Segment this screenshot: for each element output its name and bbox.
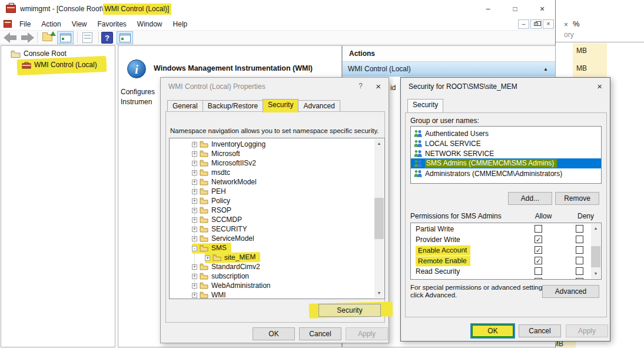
group-user-row[interactable]: LOCAL SERVICE [411,138,601,148]
export-list-button[interactable] [80,31,97,44]
cancel-button[interactable]: Cancel [519,324,561,337]
mdi-close-button[interactable]: × [543,19,554,29]
deny-checkbox[interactable] [576,225,583,233]
mdi-minimize-button[interactable]: – [518,19,529,29]
scrollbar-thumb[interactable] [591,246,600,267]
apply-button[interactable]: Apply [566,324,608,337]
allow-checkbox[interactable]: ✓ [535,257,542,264]
up-one-level-button[interactable] [40,31,57,44]
expander-icon[interactable]: + [192,151,197,157]
group-user-row[interactable]: Authenticated Users [411,128,601,138]
allow-checkbox[interactable] [535,278,542,280]
ok-button[interactable]: OK [472,324,514,337]
menu-item[interactable]: Window [132,18,168,31]
namespace-tree-item[interactable]: + WebAdministration [170,281,384,290]
help-button[interactable]: ? [101,32,114,45]
namespace-tree-item[interactable]: + site_MEM [170,253,384,262]
expander-icon[interactable]: + [192,236,197,241]
add-button[interactable]: Add... [508,192,552,205]
namespace-tree-item[interactable]: + WMI [170,290,384,299]
background-close-icon[interactable]: × [564,21,568,29]
deny-checkbox[interactable] [576,257,583,264]
back-arrow-icon[interactable] [4,34,18,42]
expander-icon[interactable]: + [192,274,197,279]
group-user-row[interactable]: NETWORK SERVICE [411,148,601,158]
namespace-tree-item[interactable]: + MicrosoftIISv2 [170,158,384,168]
deny-checkbox[interactable] [576,236,583,243]
expander-icon[interactable]: + [192,180,197,185]
namespace-tree-item[interactable]: + msdtc [170,168,384,177]
expander-icon[interactable]: + [192,161,197,166]
allow-checkbox[interactable] [535,267,542,275]
expander-icon[interactable]: + [192,208,197,213]
tab[interactable]: Advanced [298,100,340,112]
dialog-close-button[interactable]: × [597,81,602,91]
namespace-tree-item[interactable]: + ServiceModel [170,234,384,243]
expander-icon[interactable]: + [192,198,197,204]
namespace-tree-item[interactable]: + RSOP [170,206,384,215]
scrollbar-thumb[interactable] [374,198,384,239]
apply-button[interactable]: Apply [346,327,388,340]
minimize-button[interactable]: – [474,0,502,18]
expander-icon[interactable]: + [192,170,197,175]
mdi-restore-button[interactable] [530,19,542,29]
namespace-tree-item[interactable]: + InventoryLogging [170,140,384,149]
namespace-tree-item[interactable]: + SCCMDP [170,215,384,224]
namespace-tree-item[interactable]: + PEH [170,187,384,196]
scroll-up-icon[interactable]: ▲ [374,139,384,148]
title-bar[interactable]: wmimgmt - [Console Root\WMI Control (Loc… [0,0,555,18]
tab-security[interactable]: Security [407,99,443,112]
tree-item-console-root[interactable]: Console Root [11,49,67,58]
remove-button[interactable]: Remove [555,192,599,205]
tree-item-wmi-control[interactable]: WMI Control (Local) [22,61,97,69]
namespace-tree-item[interactable]: + Microsoft [170,149,384,158]
expander-icon[interactable]: - [192,246,197,251]
scroll-down-icon[interactable]: ▼ [591,269,600,279]
allow-checkbox[interactable]: ✓ [535,236,542,243]
tab[interactable]: Security [263,99,298,112]
expander-icon[interactable]: + [192,227,197,232]
dialog-title-bar[interactable]: Security for ROOT\SMS\site_MEM × [401,78,610,95]
show-action-pane-button[interactable] [117,31,133,44]
namespace-tree-item[interactable]: - SMS [170,243,384,253]
namespace-tree-item[interactable]: + Policy [170,196,384,206]
close-button[interactable]: × [529,0,556,18]
deny-checkbox[interactable] [576,278,583,280]
forward-arrow-icon[interactable] [20,34,34,42]
namespace-tree-item[interactable]: + subscription [170,271,384,281]
advanced-button[interactable]: Advanced [542,285,599,298]
expander-icon[interactable]: + [192,283,197,289]
allow-checkbox[interactable] [535,225,542,233]
group-user-row[interactable]: SMS Admins (CMMEMCM\SMS Admins) [411,158,601,168]
dialog-close-button[interactable]: × [376,81,381,91]
menu-item[interactable]: Help [168,18,193,31]
tab[interactable]: General [167,100,203,112]
ok-button[interactable]: OK [253,327,295,340]
tree-scrollbar[interactable]: ▲ ▼ [374,139,384,298]
expander-icon[interactable]: + [192,264,197,270]
menu-item[interactable]: View [67,18,92,31]
group-user-row[interactable]: Administrators (CMMEMCM\Administrators) [411,168,601,178]
expander-icon[interactable]: + [192,293,197,298]
allow-checkbox[interactable]: ✓ [535,246,542,254]
expander-icon[interactable]: + [192,189,197,194]
actions-group-wmi-control[interactable]: WMI Control (Local) ▲ [343,62,555,77]
scroll-down-icon[interactable]: ▼ [374,289,384,298]
expander-icon[interactable]: + [192,217,197,223]
dialog-title-bar[interactable]: WMI Control (Local) Properties ? × [161,78,389,95]
namespace-tree-item[interactable]: + SECURITY [170,224,384,234]
menu-item[interactable]: File [14,18,36,31]
menu-item[interactable]: Action [36,18,66,31]
namespace-tree-item[interactable]: + NetworkModel [170,177,384,187]
namespace-tree-item[interactable]: + StandardCimv2 [170,262,384,271]
deny-checkbox[interactable] [576,267,583,275]
collapse-chevron-icon[interactable]: ▲ [543,67,548,72]
expander-icon[interactable]: + [205,255,210,260]
scroll-up-icon[interactable]: ▲ [591,224,600,233]
deny-checkbox[interactable] [576,246,583,254]
expander-icon[interactable]: + [192,142,197,147]
maximize-button[interactable]: □ [502,0,529,18]
context-help-button[interactable]: ? [358,82,363,90]
show-console-tree-button[interactable] [57,31,74,44]
permissions-scrollbar[interactable]: ▲ ▼ [591,224,600,279]
